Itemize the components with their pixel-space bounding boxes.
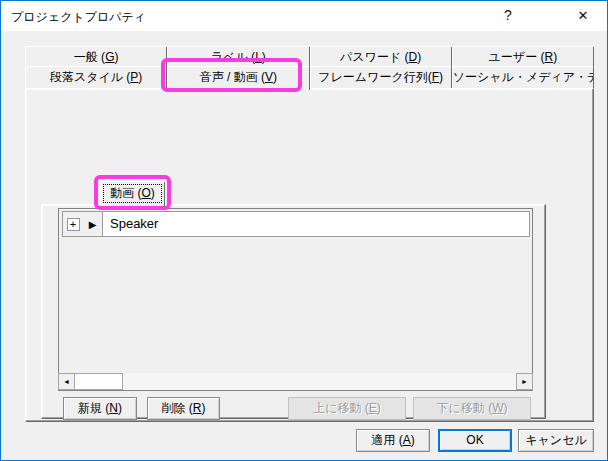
scroll-left-button[interactable]: ◄ (58, 373, 75, 390)
field-name-cell[interactable]: Speaker (103, 212, 529, 236)
apply-button[interactable]: 適用 (A) (356, 429, 430, 452)
new-button[interactable]: 新規 (N) (63, 397, 137, 420)
tab-paragraph-style[interactable]: 段落スタイル (P) (25, 66, 167, 88)
plus-icon: + (70, 218, 76, 230)
close-icon: ✕ (578, 8, 589, 23)
tab-password[interactable]: パスワード (D) (310, 46, 452, 67)
horizontal-scrollbar[interactable]: ◄ ► (58, 373, 533, 390)
move-up-button: 上に移動 (E) (288, 397, 406, 420)
tab-row-2: 段落スタイル (P) 音声 / 動画 (V) フレームワーク行列(F) ソーシャ… (25, 66, 594, 88)
tab-row-1: 一般 (G) ラベル (L) パスワード (D) ユーザー (R) (25, 46, 594, 67)
expander-cell: + (63, 212, 83, 236)
ok-button[interactable]: OK (438, 429, 512, 452)
row-selector-icon: ▶ (89, 219, 97, 230)
grid-row[interactable]: + ▶ Speaker (62, 211, 530, 237)
expand-button[interactable]: + (67, 218, 80, 231)
scroll-right-icon: ► (521, 378, 528, 385)
window-title: プロジェクトプロパティ (11, 9, 146, 26)
tab-framework-matrix[interactable]: フレームワーク行列(F) (310, 66, 452, 88)
help-icon: ? (504, 7, 512, 23)
tab-audio-video[interactable]: 音声 / 動画 (V) (167, 66, 309, 90)
cancel-button[interactable]: キャンセル (518, 429, 594, 452)
close-button[interactable]: ✕ (560, 1, 606, 30)
focus-rectangle (104, 185, 161, 202)
scroll-right-button[interactable]: ► (516, 373, 533, 390)
tab-user[interactable]: ユーザー (R) (452, 46, 594, 67)
scroll-track[interactable] (123, 373, 516, 390)
fields-grid[interactable]: + ▶ Speaker (58, 208, 533, 391)
help-button[interactable]: ? (485, 1, 531, 30)
delete-button[interactable]: 削除 (R) (147, 397, 220, 420)
tab-social-media-data[interactable]: ソーシャル・メディア・データ… (452, 66, 594, 88)
row-selector-cell[interactable]: ▶ (83, 212, 103, 236)
tab-video[interactable]: 動画 (O) (100, 181, 165, 206)
move-down-button: 下に移動 (W) (413, 397, 531, 420)
tab-general[interactable]: 一般 (G) (25, 46, 167, 67)
scroll-thumb[interactable] (75, 373, 123, 390)
title-bar: プロジェクトプロパティ ? ✕ (1, 1, 607, 31)
tab-labels[interactable]: ラベル (L) (167, 46, 309, 67)
project-properties-dialog: プロジェクトプロパティ ? ✕ 一般 (G) ラベル (L) パスワード (D)… (0, 0, 608, 461)
scroll-left-icon: ◄ (63, 378, 70, 385)
